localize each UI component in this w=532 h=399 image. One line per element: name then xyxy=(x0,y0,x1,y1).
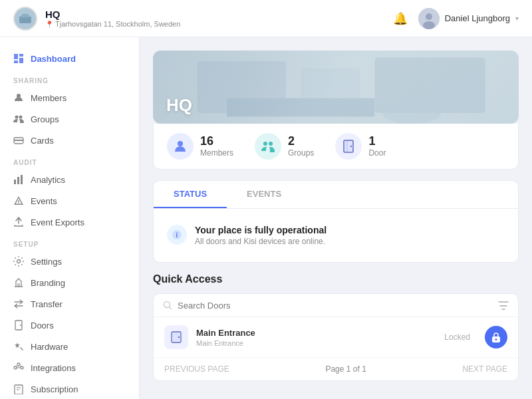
sidebar-item-hardware[interactable]: Hardware xyxy=(0,336,139,357)
svg-rect-17 xyxy=(17,283,20,287)
status-info-icon: i xyxy=(167,225,187,245)
stat-members: 16 Members xyxy=(167,133,233,160)
svg-point-43 xyxy=(495,338,497,340)
sidebar-item-members[interactable]: Members xyxy=(0,87,139,108)
members-stat-icon xyxy=(167,133,194,160)
place-banner: HQ xyxy=(153,51,519,124)
filter-icon[interactable] xyxy=(498,299,509,311)
search-input[interactable] xyxy=(178,301,493,311)
svg-rect-28 xyxy=(227,98,374,117)
analytics-icon xyxy=(13,174,24,185)
org-address: 📍 Tjarhovsgatan 11, Stockholm, Sweden xyxy=(45,20,385,28)
svg-point-29 xyxy=(382,102,441,124)
groups-label-stat: Groups xyxy=(288,148,314,158)
groups-label: Groups xyxy=(31,114,59,124)
event-exports-label: Event Exports xyxy=(31,217,84,227)
location-icon: 📍 xyxy=(45,21,53,28)
svg-point-21 xyxy=(21,366,23,369)
svg-point-20 xyxy=(14,366,17,369)
stat-door: 1 Door xyxy=(335,133,386,160)
svg-point-35 xyxy=(350,146,352,147)
svg-rect-10 xyxy=(14,140,23,141)
integrations-icon xyxy=(13,362,24,373)
sidebar-item-cards[interactable]: Cards xyxy=(0,130,139,151)
settings-label: Settings xyxy=(31,257,62,267)
svg-point-22 xyxy=(17,363,20,366)
sidebar-item-doors[interactable]: Doors xyxy=(0,315,139,336)
quick-access-panel: Main Entrance Main Entrance Locked PREVI… xyxy=(153,293,519,381)
sidebar-item-dashboard[interactable]: Dashboard xyxy=(0,48,139,69)
svg-point-41 xyxy=(178,336,180,338)
page-info: Page 1 of 1 xyxy=(325,364,366,374)
door-icon-box xyxy=(164,325,188,349)
svg-point-31 xyxy=(263,142,267,146)
sidebar-item-integrations[interactable]: Integrations xyxy=(0,357,139,378)
door-name: Main Entrance xyxy=(196,328,436,338)
door-sublabel: Main Entrance xyxy=(196,339,436,347)
search-row xyxy=(154,294,518,317)
sidebar-item-events[interactable]: Events xyxy=(0,190,139,211)
lock-button[interactable] xyxy=(485,326,507,348)
doors-label: Doors xyxy=(31,321,54,331)
top-header: HQ 📍 Tjarhovsgatan 11, Stockholm, Sweden… xyxy=(0,0,532,37)
search-icon xyxy=(163,301,172,310)
svg-point-7 xyxy=(15,116,19,119)
sidebar-item-groups[interactable]: Groups xyxy=(0,108,139,130)
cards-icon xyxy=(13,135,24,146)
status-subtitle: All doors and Kisi devices are online. xyxy=(195,237,327,246)
events-icon xyxy=(13,196,24,206)
setup-section-label: SETUP xyxy=(0,233,139,251)
doors-icon xyxy=(13,320,24,331)
svg-rect-13 xyxy=(21,175,23,184)
transfer-label: Transfer xyxy=(31,299,63,309)
main-layout: Dashboard SHARING Members Groups Cards A… xyxy=(0,37,532,399)
svg-point-5 xyxy=(423,21,435,29)
svg-rect-14 xyxy=(18,200,19,203)
members-icon xyxy=(13,92,24,103)
event-exports-icon xyxy=(13,217,24,227)
next-page-button[interactable]: NEXT PAGE xyxy=(462,364,507,374)
members-label: Members xyxy=(200,148,233,158)
sidebar: Dashboard SHARING Members Groups Cards A… xyxy=(0,37,140,399)
status-panel: i Your place is fully operational All do… xyxy=(153,208,519,263)
locked-badge: Locked xyxy=(444,332,470,342)
sidebar-item-settings[interactable]: Settings xyxy=(0,251,139,272)
branding-icon xyxy=(13,277,24,288)
sidebar-item-subscription[interactable]: Subscription xyxy=(0,378,139,399)
groups-stat-icon xyxy=(255,133,281,160)
members-label: Members xyxy=(31,93,66,103)
content-area: HQ 16 Members 2 Groups xyxy=(140,37,532,399)
sidebar-item-analytics[interactable]: Analytics xyxy=(0,169,139,190)
cards-label: Cards xyxy=(31,136,54,146)
svg-point-19 xyxy=(20,325,21,326)
sidebar-item-event-exports[interactable]: Event Exports xyxy=(0,211,139,233)
door-stat-icon xyxy=(335,133,362,160)
pagination-row: PREVIOUS PAGE Page 1 of 1 NEXT PAGE xyxy=(154,358,518,380)
tab-status[interactable]: STATUS xyxy=(154,181,227,208)
sidebar-item-transfer[interactable]: Transfer xyxy=(0,293,139,315)
door-row: Main Entrance Main Entrance Locked xyxy=(154,317,518,358)
banner-inner: HQ xyxy=(153,51,519,124)
org-name: HQ xyxy=(45,9,385,20)
tab-events[interactable]: EVENTS xyxy=(227,181,301,208)
svg-rect-2 xyxy=(22,13,29,17)
sidebar-item-branding[interactable]: Branding xyxy=(0,272,139,293)
events-label: Events xyxy=(31,196,57,206)
svg-rect-12 xyxy=(17,177,19,184)
door-info: Main Entrance Main Entrance xyxy=(196,328,436,347)
chevron-down-icon: ▾ xyxy=(515,15,519,22)
notification-bell-icon[interactable]: 🔔 xyxy=(393,11,408,26)
quick-access-title: Quick Access xyxy=(153,273,519,285)
svg-point-8 xyxy=(19,116,23,119)
subscription-label: Subscription xyxy=(31,384,78,394)
svg-point-32 xyxy=(269,142,273,146)
audit-section-label: AUDIT xyxy=(0,151,139,169)
user-info[interactable]: Daniel Ljungborg ▾ xyxy=(418,8,519,29)
org-info: HQ 📍 Tjarhovsgatan 11, Stockholm, Sweden xyxy=(45,9,385,28)
status-title: Your place is fully operational xyxy=(195,225,327,235)
settings-icon xyxy=(13,256,24,267)
prev-page-button[interactable]: PREVIOUS PAGE xyxy=(164,364,229,374)
svg-point-4 xyxy=(426,13,432,20)
branding-label: Branding xyxy=(31,278,65,288)
svg-point-15 xyxy=(18,203,19,204)
